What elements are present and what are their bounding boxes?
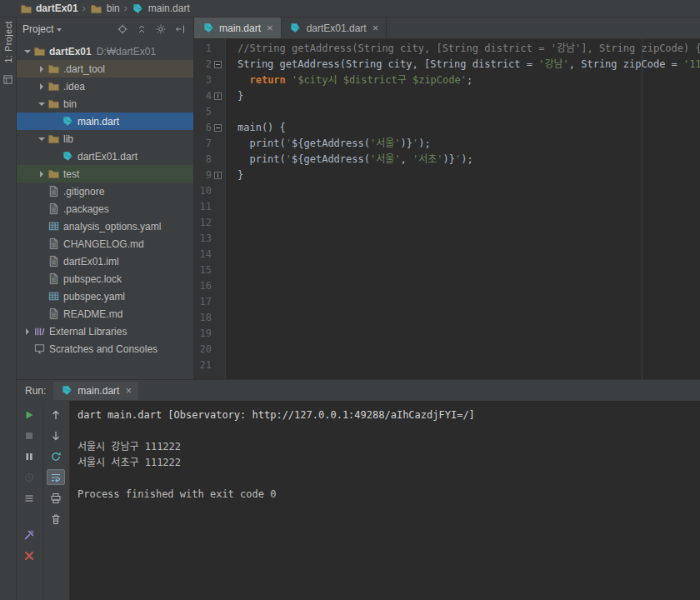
code-line[interactable]: return '$city시 $district구 $zipCode'; [238, 72, 700, 88]
breadcrumb-item-bin[interactable]: bin [90, 0, 120, 17]
close-button[interactable] [20, 548, 38, 563]
rerun-button[interactable] [47, 448, 65, 464]
code-line[interactable]: main() { [238, 120, 700, 136]
breadcrumb-item-main-dart[interactable]: main.dart [132, 0, 190, 17]
tree-item-external-libraries[interactable]: External Libraries [17, 322, 193, 340]
code-line[interactable] [238, 342, 700, 358]
tree-item-label: dartEx01.dart [78, 151, 138, 162]
fold-marker-icon[interactable] [212, 120, 224, 136]
prev-occurrence-button[interactable] [47, 407, 65, 422]
gutter-line: 14 [194, 247, 225, 262]
tree-item-main-dart[interactable]: main.dart [17, 112, 193, 130]
tree-item-path: D:₩dartEx01 [97, 46, 156, 58]
tree-item-idea[interactable]: .idea [17, 78, 193, 95]
run-tab-bar: Run: main.dart× [17, 380, 700, 401]
chevron-right-icon[interactable] [36, 165, 47, 182]
code-line[interactable] [238, 104, 700, 120]
tree-item-dartex01-iml[interactable]: dartEx01.iml [17, 252, 193, 270]
tool-window-icon[interactable] [2, 72, 15, 86]
code-line[interactable]: print('${getAddress('서울')}'); [238, 136, 700, 152]
next-occurrence-button[interactable] [47, 428, 65, 443]
gutter-line: 16 [194, 278, 225, 294]
soft-wrap-button[interactable] [47, 469, 65, 485]
chevron-right-icon[interactable] [22, 322, 32, 340]
yaml-file-icon [47, 220, 60, 233]
line-number: 18 [194, 310, 212, 326]
gutter-line: 19 [194, 326, 225, 342]
code-line[interactable]: String getAddress(String city, [String d… [238, 57, 700, 72]
tree-item-pubspec-lock[interactable]: pubspec.lock [17, 270, 193, 288]
code-line[interactable] [238, 231, 700, 247]
collapse-all-button[interactable] [134, 22, 149, 37]
chevron-right-icon[interactable] [36, 78, 47, 95]
close-tab-icon[interactable]: × [267, 22, 273, 34]
fold-marker-icon[interactable] [212, 168, 224, 183]
tree-item-readme-md[interactable]: README.md [17, 305, 193, 322]
close-tab-icon[interactable]: × [125, 384, 132, 397]
editor-tab-dartex01-dart[interactable]: dartEx01.dart× [282, 18, 388, 38]
close-tab-icon[interactable]: × [372, 22, 379, 34]
pause-output-button[interactable] [20, 448, 38, 464]
build-tools-button[interactable] [20, 527, 38, 542]
tree-item-analysis-options-yaml[interactable]: analysis_options.yaml [17, 218, 193, 235]
code-line[interactable]: } [238, 168, 700, 183]
cross-icon [22, 549, 36, 562]
clear-console-button[interactable] [47, 511, 65, 527]
code-line[interactable] [238, 199, 700, 215]
code-line[interactable]: } [238, 88, 700, 104]
code-line[interactable] [238, 358, 700, 373]
tree-item-bin[interactable]: bin [17, 95, 193, 112]
settings-button[interactable] [153, 22, 168, 37]
tree-item-dartex01[interactable]: dartEx01D:₩dartEx01 [17, 42, 193, 60]
chevron-placeholder [36, 288, 47, 305]
tree-item-scratches-and-consoles[interactable]: Scratches and Consoles [17, 340, 193, 358]
stop-button[interactable] [20, 428, 38, 443]
chevron-down-icon[interactable] [36, 130, 47, 148]
editor-tab-main-dart[interactable]: main.dart× [194, 18, 282, 38]
fold-marker-icon[interactable] [212, 57, 224, 72]
line-number: 8 [194, 152, 212, 168]
tree-item-packages[interactable]: .packages [17, 200, 193, 218]
fold-marker-icon[interactable] [212, 88, 224, 104]
code-line[interactable] [238, 247, 700, 262]
tree-item-dartex01-dart[interactable]: dartEx01.dart [17, 148, 193, 165]
code-line[interactable] [238, 215, 700, 231]
locate-file-button[interactable] [115, 22, 130, 37]
tree-item-label: lib [63, 133, 73, 145]
run-tab[interactable]: main.dart× [53, 382, 138, 400]
code-line[interactable] [238, 326, 700, 342]
line-number: 6 [194, 120, 212, 136]
tree-item-test[interactable]: test [17, 165, 193, 182]
chevron-down-icon[interactable] [36, 95, 47, 112]
code-line[interactable] [238, 310, 700, 326]
dart-file-icon [60, 384, 73, 398]
print-button[interactable] [47, 490, 65, 506]
code-line[interactable] [238, 294, 700, 310]
project-view-dropdown[interactable]: Project [22, 23, 62, 35]
tree-item-dart-tool[interactable]: .dart_tool [17, 60, 193, 78]
tree-item-label: analysis_options.yaml [63, 221, 161, 232]
code-line[interactable] [238, 183, 700, 199]
console-options-button[interactable] [20, 490, 38, 506]
tree-item-changelog-md[interactable]: CHANGELOG.md [17, 235, 193, 252]
clock-icon [22, 471, 36, 484]
code-line[interactable]: //String getAddress(String city, [String… [238, 41, 700, 57]
target-icon [116, 22, 129, 36]
project-stripe-button[interactable]: 1: Project [3, 21, 13, 62]
line-number: 19 [194, 326, 212, 342]
code-area[interactable]: //String getAddress(String city, [String… [226, 39, 700, 379]
code-line[interactable] [238, 262, 700, 278]
breadcrumb-item-dartex01[interactable]: dartEx01 [19, 0, 78, 17]
code-line[interactable]: print('${getAddress('서울', '서초')}'); [238, 152, 700, 168]
tree-item-gitignore[interactable]: .gitignore [17, 182, 193, 200]
tree-item-lib[interactable]: lib [17, 130, 193, 148]
chevron-down-icon[interactable] [22, 42, 32, 60]
code-line[interactable] [238, 278, 700, 294]
hide-panel-button[interactable] [172, 22, 188, 37]
profiler-button[interactable] [20, 469, 38, 485]
editor[interactable]: 123456789101112131415161718192021 //Stri… [194, 39, 700, 379]
console-output[interactable]: dart main.dart [Observatory: http://127.… [70, 401, 700, 600]
tree-item-pubspec-yaml[interactable]: pubspec.yaml [17, 288, 193, 305]
run-button[interactable] [20, 407, 38, 422]
chevron-right-icon[interactable] [36, 60, 47, 78]
